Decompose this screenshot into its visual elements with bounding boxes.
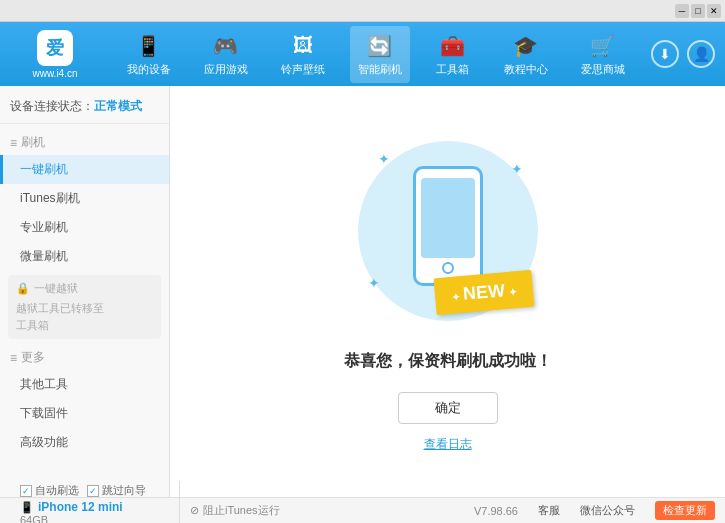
sidebar-item-micro-flash[interactable]: 微量刷机 (0, 242, 169, 271)
phone-screen (421, 178, 475, 258)
success-message: 恭喜您，保资料刷机成功啦！ (344, 351, 552, 372)
nav-label-toolbox: 工具箱 (436, 62, 469, 77)
status-value: 正常模式 (94, 99, 142, 113)
sidebar-item-advanced[interactable]: 高级功能 (0, 428, 169, 457)
sidebar-item-one-key-flash[interactable]: 一键刷机 (0, 155, 169, 184)
itunes-status: ⊘ 阻止iTunes运行 (180, 481, 290, 523)
success-content: ✦ ✦ ✦ NEW 恭喜您，保资料刷机成功啦！ 确定 查看日志 (170, 86, 725, 497)
logo-icon: 爱 (37, 30, 73, 66)
apps-icon: 🎮 (212, 32, 240, 60)
minimize-button[interactable]: ─ (675, 4, 689, 18)
more-group-label: 更多 (21, 349, 45, 366)
toolbox-icon: 🧰 (439, 32, 467, 60)
title-bar: ─ □ ✕ (0, 0, 725, 22)
auto-refresh-checkbox[interactable]: ✓ 自动刷选 (20, 483, 79, 498)
update-button[interactable]: 检查更新 (655, 501, 715, 520)
device-storage: 64GB (20, 514, 169, 523)
nav-item-shop[interactable]: 🛒 爱思商城 (573, 26, 633, 83)
flash-group-label: 刷机 (21, 134, 45, 151)
maximize-button[interactable]: □ (691, 4, 705, 18)
sparkle-2: ✦ (511, 161, 523, 177)
nav-label-my-device: 我的设备 (127, 62, 171, 77)
nav-label-shop: 爱思商城 (581, 62, 625, 77)
itunes-status-label: 阻止iTunes运行 (203, 503, 280, 518)
nav-label-apps-games: 应用游戏 (204, 62, 248, 77)
tutorial-icon: 🎓 (512, 32, 540, 60)
shop-icon: 🛒 (589, 32, 617, 60)
locked-title-label: 一键越狱 (34, 281, 78, 296)
sidebar-group-more: ≡ 更多 (0, 343, 169, 370)
sidebar-item-download-firmware[interactable]: 下载固件 (0, 399, 169, 428)
nav-bar: 📱 我的设备 🎮 应用游戏 🖼 铃声壁纸 🔄 智能刷机 🧰 工具箱 🎓 教程中心… (110, 26, 641, 83)
sidebar-item-pro-flash[interactable]: 专业刷机 (0, 213, 169, 242)
main-content: 设备连接状态：正常模式 ≡ 刷机 一键刷机 iTunes刷机 专业刷机 微量刷机… (0, 86, 725, 497)
device-status-bar: 设备连接状态：正常模式 (0, 94, 169, 124)
sidebar-item-other-tools[interactable]: 其他工具 (0, 370, 169, 399)
confirm-button[interactable]: 确定 (398, 392, 498, 424)
jailbreak-locked-section: 🔒 一键越狱 越狱工具已转移至工具箱 (8, 275, 161, 339)
flash-group-icon: ≡ (10, 136, 17, 150)
header: 爱 www.i4.cn 📱 我的设备 🎮 应用游戏 🖼 铃声壁纸 🔄 智能刷机 … (0, 22, 725, 86)
nav-item-apps-games[interactable]: 🎮 应用游戏 (196, 26, 256, 83)
download-button[interactable]: ⬇ (651, 40, 679, 68)
device-phone-icon: 📱 (20, 501, 34, 514)
skip-wizard-check-icon: ✓ (87, 485, 99, 497)
header-right: ⬇ 👤 (651, 40, 715, 68)
smart-flash-icon: 🔄 (366, 32, 394, 60)
device-icon: 📱 (135, 32, 163, 60)
success-illustration: ✦ ✦ ✦ NEW (348, 131, 548, 331)
logo[interactable]: 爱 www.i4.cn (10, 30, 100, 79)
nav-item-my-device[interactable]: 📱 我的设备 (119, 26, 179, 83)
phone-home-button (442, 262, 454, 274)
service-link[interactable]: 客服 (538, 503, 560, 518)
nav-item-smart-flash[interactable]: 🔄 智能刷机 (350, 26, 410, 83)
auto-refresh-label: 自动刷选 (35, 483, 79, 498)
more-group-icon: ≡ (10, 351, 17, 365)
bottom-bar: ✓ 自动刷选 ✓ 跳过向导 📱 iPhone 12 mini 64GB Down… (0, 497, 725, 523)
new-badge: NEW (433, 269, 534, 314)
status-label: 设备连接状态： (10, 99, 94, 113)
device-name: iPhone 12 mini (38, 500, 123, 514)
sidebar-item-itunes-flash[interactable]: iTunes刷机 (0, 184, 169, 213)
version-text: V7.98.66 (474, 505, 518, 517)
sidebar: 设备连接状态：正常模式 ≡ 刷机 一键刷机 iTunes刷机 专业刷机 微量刷机… (0, 86, 170, 497)
wechat-link[interactable]: 微信公众号 (580, 503, 635, 518)
nav-label-tutorial: 教程中心 (504, 62, 548, 77)
close-button[interactable]: ✕ (707, 4, 721, 18)
locked-notice: 越狱工具已转移至工具箱 (16, 300, 153, 333)
phone-illustration (413, 166, 483, 286)
skip-wizard-checkbox[interactable]: ✓ 跳过向导 (87, 483, 146, 498)
nav-item-toolbox[interactable]: 🧰 工具箱 (427, 26, 479, 83)
guide-link[interactable]: 查看日志 (424, 436, 472, 453)
bottom-right: V7.98.66 客服 微信公众号 检查更新 (290, 481, 715, 523)
auto-refresh-check-icon: ✓ (20, 485, 32, 497)
lock-icon: 🔒 (16, 282, 30, 295)
itunes-icon: ⊘ (190, 504, 199, 517)
user-button[interactable]: 👤 (687, 40, 715, 68)
logo-url: www.i4.cn (32, 68, 77, 79)
skip-wizard-label: 跳过向导 (102, 483, 146, 498)
sidebar-group-flash: ≡ 刷机 (0, 128, 169, 155)
sparkle-1: ✦ (378, 151, 390, 167)
nav-label-smart-flash: 智能刷机 (358, 62, 402, 77)
nav-item-wallpaper[interactable]: 🖼 铃声壁纸 (273, 26, 333, 83)
sparkle-3: ✦ (368, 275, 380, 291)
wallpaper-icon: 🖼 (289, 32, 317, 60)
bottom-full-row: ✓ 自动刷选 ✓ 跳过向导 📱 iPhone 12 mini 64GB Down… (10, 481, 715, 523)
nav-item-tutorial[interactable]: 🎓 教程中心 (496, 26, 556, 83)
nav-label-wallpaper: 铃声壁纸 (281, 62, 325, 77)
bottom-left-col: ✓ 自动刷选 ✓ 跳过向导 📱 iPhone 12 mini 64GB Down… (10, 481, 180, 523)
